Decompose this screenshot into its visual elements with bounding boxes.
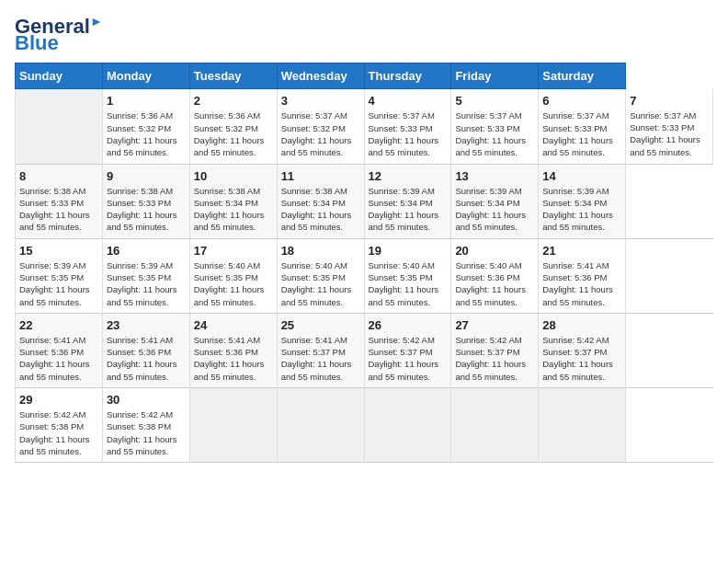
sunset-text: Sunset: 5:33 PM bbox=[369, 122, 448, 134]
day-cell bbox=[451, 388, 539, 463]
sunrise-text: Sunrise: 5:42 AM bbox=[19, 408, 98, 420]
sunset-text: Sunset: 5:37 PM bbox=[369, 346, 448, 358]
day-cell: 2 Sunrise: 5:36 AM Sunset: 5:32 PM Dayli… bbox=[189, 89, 277, 164]
sunrise-text: Sunrise: 5:37 AM bbox=[542, 109, 621, 121]
sunset-text: Sunset: 5:36 PM bbox=[455, 271, 534, 283]
day-number: 10 bbox=[194, 169, 273, 183]
day-number: 25 bbox=[281, 318, 360, 332]
daylight-text: Daylight: 11 hours and 55 minutes. bbox=[369, 283, 448, 308]
day-info: Sunrise: 5:42 AM Sunset: 5:37 PM Dayligh… bbox=[369, 334, 448, 383]
sunset-text: Sunset: 5:36 PM bbox=[19, 346, 98, 358]
sunrise-text: Sunrise: 5:39 AM bbox=[455, 185, 534, 197]
day-info: Sunrise: 5:41 AM Sunset: 5:36 PM Dayligh… bbox=[542, 259, 621, 308]
sunrise-text: Sunrise: 5:41 AM bbox=[542, 259, 621, 271]
day-number: 29 bbox=[19, 393, 98, 407]
day-cell: 5 Sunrise: 5:37 AM Sunset: 5:33 PM Dayli… bbox=[451, 89, 539, 164]
day-number: 3 bbox=[281, 94, 360, 108]
sunrise-text: Sunrise: 5:38 AM bbox=[19, 185, 98, 197]
sunset-text: Sunset: 5:38 PM bbox=[107, 420, 186, 432]
daylight-text: Daylight: 11 hours and 55 minutes. bbox=[455, 283, 534, 308]
day-info: Sunrise: 5:36 AM Sunset: 5:32 PM Dayligh… bbox=[194, 109, 273, 158]
day-info: Sunrise: 5:39 AM Sunset: 5:34 PM Dayligh… bbox=[455, 185, 534, 234]
sunset-text: Sunset: 5:33 PM bbox=[630, 121, 709, 133]
day-cell: 17 Sunrise: 5:40 AM Sunset: 5:35 PM Dayl… bbox=[189, 238, 277, 313]
day-number: 14 bbox=[542, 169, 621, 183]
header-cell-sunday: Sunday bbox=[16, 63, 103, 89]
day-number: 16 bbox=[107, 244, 186, 258]
sunrise-text: Sunrise: 5:39 AM bbox=[19, 259, 98, 271]
day-cell: 6 Sunrise: 5:37 AM Sunset: 5:33 PM Dayli… bbox=[539, 89, 626, 164]
daylight-text: Daylight: 11 hours and 55 minutes. bbox=[107, 433, 186, 458]
sunset-text: Sunset: 5:36 PM bbox=[107, 346, 186, 358]
day-cell: 15 Sunrise: 5:39 AM Sunset: 5:35 PM Dayl… bbox=[16, 238, 103, 313]
sunset-text: Sunset: 5:32 PM bbox=[194, 122, 273, 134]
day-cell: 29 Sunrise: 5:42 AM Sunset: 5:38 PM Dayl… bbox=[16, 388, 103, 463]
daylight-text: Daylight: 11 hours and 55 minutes. bbox=[194, 209, 273, 234]
sunrise-text: Sunrise: 5:38 AM bbox=[281, 185, 360, 197]
day-number: 1 bbox=[107, 94, 186, 108]
day-info: Sunrise: 5:37 AM Sunset: 5:32 PM Dayligh… bbox=[281, 109, 360, 158]
sunrise-text: Sunrise: 5:36 AM bbox=[194, 109, 273, 121]
day-number: 11 bbox=[281, 169, 360, 183]
day-number: 24 bbox=[194, 318, 273, 332]
day-info: Sunrise: 5:42 AM Sunset: 5:38 PM Dayligh… bbox=[107, 408, 186, 457]
day-info: Sunrise: 5:37 AM Sunset: 5:33 PM Dayligh… bbox=[455, 109, 534, 158]
day-number: 5 bbox=[455, 94, 534, 108]
sunrise-text: Sunrise: 5:37 AM bbox=[369, 109, 448, 121]
sunrise-text: Sunrise: 5:41 AM bbox=[19, 334, 98, 346]
daylight-text: Daylight: 11 hours and 55 minutes. bbox=[19, 209, 98, 234]
week-row-2: 8 Sunrise: 5:38 AM Sunset: 5:33 PM Dayli… bbox=[16, 164, 713, 238]
sunrise-text: Sunrise: 5:36 AM bbox=[107, 109, 186, 121]
daylight-text: Daylight: 11 hours and 55 minutes. bbox=[542, 209, 621, 234]
day-cell: 4 Sunrise: 5:37 AM Sunset: 5:33 PM Dayli… bbox=[364, 89, 451, 164]
day-cell bbox=[16, 89, 103, 164]
day-info: Sunrise: 5:41 AM Sunset: 5:36 PM Dayligh… bbox=[107, 334, 186, 383]
sunrise-text: Sunrise: 5:37 AM bbox=[630, 109, 709, 121]
day-number: 27 bbox=[455, 318, 534, 332]
day-number: 22 bbox=[19, 318, 98, 332]
day-info: Sunrise: 5:37 AM Sunset: 5:33 PM Dayligh… bbox=[542, 109, 621, 158]
day-number: 2 bbox=[194, 94, 273, 108]
sunset-text: Sunset: 5:32 PM bbox=[281, 122, 360, 134]
sunrise-text: Sunrise: 5:41 AM bbox=[107, 334, 186, 346]
day-info: Sunrise: 5:39 AM Sunset: 5:35 PM Dayligh… bbox=[19, 259, 98, 308]
sunset-text: Sunset: 5:35 PM bbox=[281, 271, 360, 283]
day-info: Sunrise: 5:38 AM Sunset: 5:33 PM Dayligh… bbox=[107, 185, 186, 234]
day-cell: 10 Sunrise: 5:38 AM Sunset: 5:34 PM Dayl… bbox=[189, 164, 277, 238]
header-cell-tuesday: Tuesday bbox=[189, 63, 277, 89]
week-row-4: 22 Sunrise: 5:41 AM Sunset: 5:36 PM Dayl… bbox=[16, 313, 713, 387]
day-number: 23 bbox=[107, 318, 186, 332]
sunrise-text: Sunrise: 5:38 AM bbox=[107, 185, 186, 197]
day-info: Sunrise: 5:42 AM Sunset: 5:37 PM Dayligh… bbox=[542, 334, 621, 383]
day-cell: 12 Sunrise: 5:39 AM Sunset: 5:34 PM Dayl… bbox=[364, 164, 451, 238]
sunset-text: Sunset: 5:37 PM bbox=[542, 346, 621, 358]
day-cell: 28 Sunrise: 5:42 AM Sunset: 5:37 PM Dayl… bbox=[539, 313, 626, 387]
week-row-5: 29 Sunrise: 5:42 AM Sunset: 5:38 PM Dayl… bbox=[16, 388, 713, 463]
day-cell: 8 Sunrise: 5:38 AM Sunset: 5:33 PM Dayli… bbox=[16, 164, 103, 238]
sunset-text: Sunset: 5:34 PM bbox=[455, 197, 534, 209]
sunset-text: Sunset: 5:32 PM bbox=[107, 122, 186, 134]
sunset-text: Sunset: 5:34 PM bbox=[281, 197, 360, 209]
day-cell: 7 Sunrise: 5:37 AM Sunset: 5:33 PM Dayli… bbox=[626, 89, 713, 164]
daylight-text: Daylight: 11 hours and 55 minutes. bbox=[194, 358, 273, 383]
daylight-text: Daylight: 11 hours and 55 minutes. bbox=[542, 358, 621, 383]
calendar-table: SundayMondayTuesdayWednesdayThursdayFrid… bbox=[15, 63, 713, 463]
header-row: SundayMondayTuesdayWednesdayThursdayFrid… bbox=[16, 63, 713, 89]
day-number: 8 bbox=[19, 169, 98, 183]
day-cell: 9 Sunrise: 5:38 AM Sunset: 5:33 PM Dayli… bbox=[102, 164, 189, 238]
daylight-text: Daylight: 11 hours and 56 minutes. bbox=[107, 134, 186, 159]
day-info: Sunrise: 5:40 AM Sunset: 5:36 PM Dayligh… bbox=[455, 259, 534, 308]
day-number: 6 bbox=[542, 94, 621, 108]
sunrise-text: Sunrise: 5:42 AM bbox=[455, 334, 534, 346]
day-info: Sunrise: 5:39 AM Sunset: 5:35 PM Dayligh… bbox=[107, 259, 186, 308]
sunset-text: Sunset: 5:35 PM bbox=[194, 271, 273, 283]
day-cell bbox=[189, 388, 277, 463]
day-cell: 24 Sunrise: 5:41 AM Sunset: 5:36 PM Dayl… bbox=[189, 313, 277, 387]
sunrise-text: Sunrise: 5:39 AM bbox=[369, 185, 448, 197]
sunrise-text: Sunrise: 5:40 AM bbox=[194, 259, 273, 271]
sunset-text: Sunset: 5:35 PM bbox=[369, 271, 448, 283]
day-cell bbox=[277, 388, 364, 463]
day-info: Sunrise: 5:42 AM Sunset: 5:38 PM Dayligh… bbox=[19, 408, 98, 457]
daylight-text: Daylight: 11 hours and 55 minutes. bbox=[281, 358, 360, 383]
day-info: Sunrise: 5:41 AM Sunset: 5:37 PM Dayligh… bbox=[281, 334, 360, 383]
